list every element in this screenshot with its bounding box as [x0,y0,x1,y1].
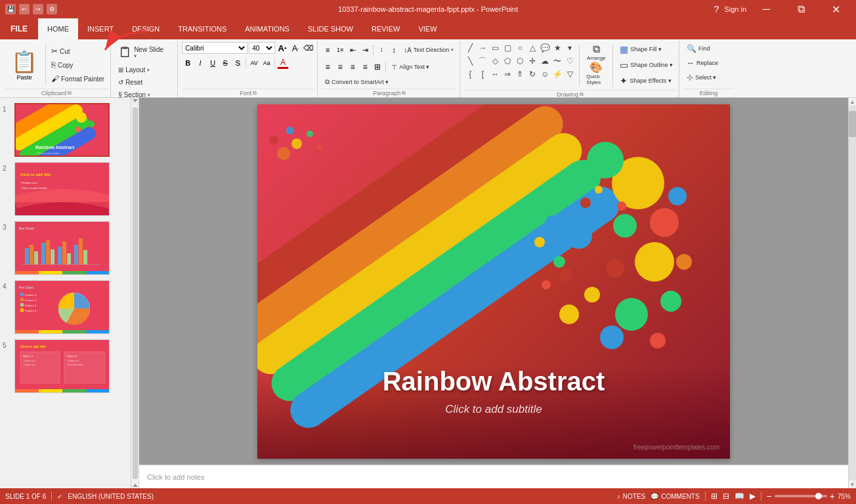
decrease-font-button[interactable]: A- [289,42,301,54]
slide-thumb-3[interactable]: 3 Bar Chart [0,219,131,278]
zoom-percent[interactable]: 75% [838,493,851,500]
layout-button[interactable]: ⊞ Layout ▾ [115,64,153,75]
shape-funnel[interactable]: ▽ [564,68,576,80]
find-button[interactable]: 🔍 Find [683,42,714,55]
shape-line[interactable]: ╱ [464,42,476,54]
scroll-down-arrow[interactable] [133,482,138,487]
convert-smartart-button[interactable]: ⧉ Convert to SmartArt ▾ [322,76,392,88]
font-size-select[interactable]: 40 [249,42,275,54]
shape-arrow[interactable]: → [477,42,488,54]
signin-button[interactable]: Sign in [724,5,746,13]
shape-effects-button[interactable]: ✦ Shape Effects ▾ [616,74,676,88]
columns-button[interactable]: ⫶ [375,44,387,56]
shape-rounded-rect[interactable]: ▢ [502,42,513,54]
align-left-button[interactable]: ≡ [322,61,333,73]
shape-up-arrow[interactable]: ⇑ [514,68,526,80]
decrease-indent-button[interactable]: ⇤ [347,44,358,56]
slide-subtitle[interactable]: Click to add subtitle [264,403,723,416]
zoom-slider[interactable] [775,495,827,497]
shape-curve[interactable]: ⌒ [477,55,488,67]
tab-slideshow[interactable]: SLIDE SHOW [299,18,362,39]
drawing-dialog-icon[interactable]: ⧉ [580,91,584,98]
scroll-up-arrow[interactable] [133,99,138,104]
clear-format-button[interactable]: ⌫ [303,42,314,54]
bold-button[interactable]: B [182,57,194,69]
scroll-thumb[interactable] [133,107,138,479]
shape-more[interactable]: ▾ [564,42,576,54]
shadow-button[interactable]: S [232,57,244,69]
replace-button[interactable]: ↔ Replace [683,56,721,70]
slide-sorter-button[interactable]: ⊟ [723,492,729,501]
tab-home[interactable]: HOME [38,18,78,39]
increase-indent-button[interactable]: ⇥ [359,44,371,56]
select-button[interactable]: ⊹ Select ▾ [683,71,720,84]
tab-insert[interactable]: INSERT [78,18,123,39]
shape-circ-arrow[interactable]: ↻ [526,68,538,80]
change-case-button[interactable]: Aa [261,57,272,69]
para-dialog-icon[interactable]: ⧉ [402,90,406,96]
redo-icon[interactable]: ↪ [33,4,43,14]
font-name-select[interactable]: Calibri [182,42,247,54]
right-scroll-thumb[interactable] [849,111,856,137]
shape-oval[interactable]: ○ [514,42,526,54]
minimize-button[interactable]: ─ [752,0,781,18]
line-spacing-button[interactable]: ↕ [388,44,400,56]
shape-wave[interactable]: 〜 [551,55,563,67]
underline-button[interactable]: U [207,57,219,69]
numbering-button[interactable]: 1≡ [334,44,346,56]
font-dialog-icon[interactable]: ⧉ [253,90,257,96]
comments-toggle[interactable]: 💬 COMMENTS [651,493,699,500]
shape-callout[interactable]: 💬 [539,42,551,54]
increase-font-button[interactable]: A+ [276,42,288,54]
tab-file[interactable]: FILE [0,18,38,39]
tab-transitions[interactable]: TRANSITIONS [169,18,236,39]
reading-view-button[interactable]: 📖 [735,492,744,501]
tab-animations[interactable]: ANIMATIONS [236,18,299,39]
slide-thumb-4[interactable]: 4 Pie Chart Feature 1 Feature 2 [0,278,131,337]
align-right-button[interactable]: ≡ [347,61,358,73]
shape-line2[interactable]: ╲ [464,55,476,67]
align-center-button[interactable]: ≡ [334,61,346,73]
strikethrough-button[interactable]: S [219,57,231,69]
copy-button[interactable]: ⎘ Copy [48,58,108,72]
shape-brace[interactable]: { [464,68,476,80]
tab-design[interactable]: DESIGN [123,18,169,39]
slide-title[interactable]: Rainbow Abstract [264,367,723,396]
distributed-button[interactable]: ⊞ [372,61,383,73]
shape-smface[interactable]: ☺ [539,68,551,80]
text-direction-button[interactable]: ↕A Text Direction ▾ [400,45,457,56]
shape-diamond[interactable]: ◇ [489,55,501,67]
paste-button[interactable]: 📋 Paste [5,46,43,84]
right-scroll-up[interactable]: ▲ [849,98,856,106]
slideshow-button[interactable]: ▶ [750,492,756,501]
shape-triangle[interactable]: △ [526,42,538,54]
spell-check[interactable]: ✓ [57,493,62,500]
shape-hexagon[interactable]: ⬡ [514,55,526,67]
notes-area[interactable]: Click to add notes [139,465,848,488]
shape-star[interactable]: ★ [551,42,563,54]
bullets-button[interactable]: ≡ [322,44,333,56]
quick-styles-button[interactable]: 🎨 Quick Styles [583,63,609,83]
close-button[interactable]: ✕ [821,0,851,18]
shape-heart[interactable]: ♡ [564,55,576,67]
tab-review[interactable]: REVIEW [362,18,409,39]
shape-cloud[interactable]: ☁ [539,55,551,67]
slide-canvas[interactable]: Rainbow Abstract Click to add subtitle f… [257,104,730,459]
format-painter-button[interactable]: 🖌 Format Painter [48,72,108,85]
shape-rect[interactable]: ▭ [489,42,501,54]
clipboard-dialog-icon[interactable]: ⧉ [68,90,72,96]
save-icon[interactable]: 💾 [5,4,16,14]
zoom-out-button[interactable]: − [767,491,772,501]
char-spacing-button[interactable]: AV [248,57,260,69]
italic-button[interactable]: I [194,57,206,69]
slide-thumb-1[interactable]: 1 Rainbow Abstract Click to add subtitle [0,100,131,159]
new-slide-button[interactable]: 🗒 New Slide ▾ [115,42,167,63]
restore-button[interactable]: ⧉ [786,0,816,18]
zoom-in-button[interactable]: + [830,491,835,501]
normal-view-button[interactable]: ⊞ [711,492,717,501]
language-label[interactable]: ENGLISH (UNITED STATES) [68,493,154,500]
shape-bracket[interactable]: [ [477,68,488,80]
shape-plus[interactable]: ✛ [526,55,538,67]
reset-button[interactable]: ↺ Reset [115,77,146,88]
font-color-button[interactable]: A [277,57,289,69]
